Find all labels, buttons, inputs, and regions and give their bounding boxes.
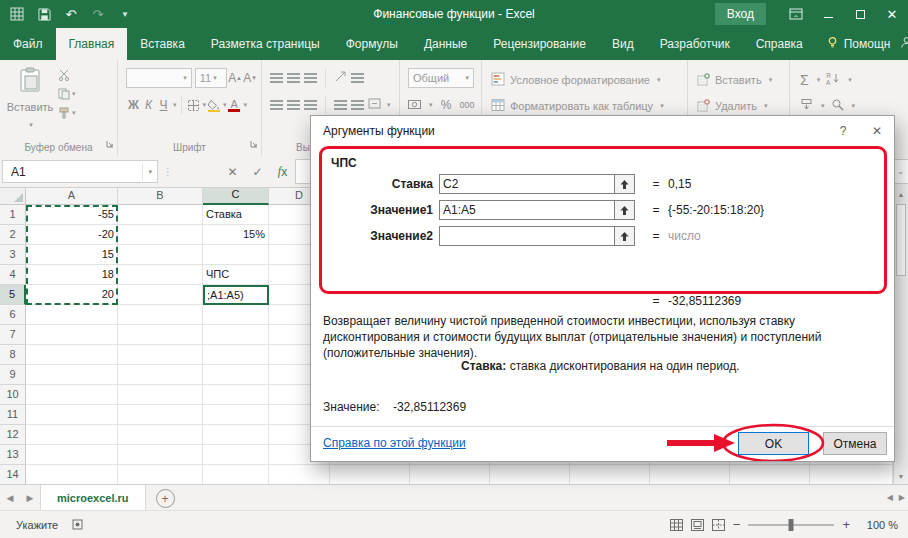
cell-B6[interactable] [118,305,203,325]
cell-B5[interactable] [118,285,203,305]
collapse-dialog-icon[interactable] [615,226,635,246]
save-icon[interactable] [36,6,52,22]
find-select-icon[interactable] [831,97,844,115]
cell-J14[interactable] [730,465,810,484]
select-all-corner[interactable] [0,187,26,205]
ribbon-tab-Файл[interactable]: Файл [0,28,56,60]
cell-C14[interactable] [203,465,269,484]
row-header-3[interactable]: 3 [0,245,26,265]
decrease-font-size-icon[interactable]: А▾ [242,71,257,85]
argument-input-Значение2[interactable] [439,226,615,246]
row-header-9[interactable]: 9 [0,365,26,385]
sheet-nav-left-icon[interactable]: ◀ [0,485,20,510]
wrap-text-icon[interactable] [351,73,364,83]
cell-C7[interactable] [203,325,269,345]
align-middle-icon[interactable] [287,73,300,83]
increase-font-size-icon[interactable]: А▴ [227,71,242,85]
row-header-5[interactable]: 5 [0,285,26,305]
minimize-button[interactable] [812,0,844,28]
share-button[interactable]: Поделиться [900,28,908,60]
align-right-icon[interactable] [304,100,317,110]
tell-me-button[interactable]: Помощн [816,28,901,60]
normal-view-icon[interactable] [670,519,683,531]
number-format-combo[interactable]: Общий▾ [408,68,474,88]
merge-center-icon[interactable] [368,96,381,114]
excel-app-icon[interactable] [9,6,25,22]
ribbon-tab-Вид[interactable]: Вид [599,28,647,60]
new-sheet-button[interactable]: + [156,489,175,508]
align-top-icon[interactable] [270,73,283,83]
close-button[interactable]: ✕ [876,0,908,28]
format-as-table-button[interactable]: Форматировать как таблицу ▾ [491,95,687,117]
cell-A2[interactable]: -20 [26,225,118,245]
cell-C9[interactable] [203,365,269,385]
cell-B13[interactable] [118,445,203,465]
scroll-up-icon[interactable]: ▲ [894,187,908,202]
percent-style-icon[interactable]: % [439,98,454,112]
paste-button[interactable]: Вставить ▾ [7,67,53,129]
formula-bar-splitter[interactable]: ⋮ [163,166,173,177]
autosum-icon[interactable]: Σ [800,72,809,88]
argument-input-Ставка[interactable]: C2 [439,174,615,194]
ribbon-tab-Разметка страницы[interactable]: Разметка страницы [198,28,333,60]
zoom-slider-thumb[interactable] [789,519,794,531]
page-layout-view-icon[interactable] [691,519,704,531]
insert-function-icon[interactable]: fx [270,160,295,183]
orientation-icon[interactable] [334,69,347,87]
ok-button[interactable]: OK [738,432,809,455]
copy-icon[interactable]: ▾ [58,88,76,100]
cell-C13[interactable] [203,445,269,465]
cell-D14[interactable] [269,465,330,484]
name-box[interactable]: A1 ▾ [2,160,158,183]
cell-B3[interactable] [118,245,203,265]
clipboard-dialog-launcher-icon[interactable] [106,134,114,152]
cut-icon[interactable] [58,69,76,81]
scroll-down-icon[interactable]: ▼ [894,469,908,484]
cell-A5[interactable]: 20 [26,285,118,305]
cell-A11[interactable] [26,405,118,425]
currency-format-icon[interactable] [408,96,421,114]
cell-C6[interactable] [203,305,269,325]
cell-A1[interactable]: -55 [26,205,118,225]
ribbon-tab-Вставка[interactable]: Вставка [127,28,198,60]
font-name-combo[interactable]: ▾ [126,68,192,88]
cell-A12[interactable] [26,425,118,445]
underline-button[interactable]: Ч [156,98,171,112]
vertical-scrollbar[interactable]: ▲ ▼ [893,187,908,484]
cell-E14[interactable] [330,465,410,484]
row-header-6[interactable]: 6 [0,305,26,325]
row-header-12[interactable]: 12 [0,425,26,445]
cell-C12[interactable] [203,425,269,445]
cell-C3[interactable] [203,245,269,265]
cell-B12[interactable] [118,425,203,445]
cell-A13[interactable] [26,445,118,465]
format-painter-icon[interactable]: ▾ [58,107,76,119]
cell-A7[interactable] [26,325,118,345]
ribbon-tab-Формулы[interactable]: Формулы [333,28,411,60]
ribbon-tab-Справка[interactable]: Справка [743,28,816,60]
cell-F14[interactable] [410,465,490,484]
cell-B1[interactable] [118,205,203,225]
font-dialog-launcher-icon[interactable] [250,134,258,152]
cell-B10[interactable] [118,385,203,405]
delete-cells-button[interactable]: Удалить ▾ [697,95,789,117]
sort-filter-icon[interactable]: ЯА [826,71,840,89]
zoom-in-button[interactable]: + [842,517,850,532]
cell-A3[interactable]: 15 [26,245,118,265]
cell-B9[interactable] [118,365,203,385]
column-header-A[interactable]: A [26,187,118,205]
row-header-4[interactable]: 4 [0,265,26,285]
dialog-help-icon[interactable]: ? [826,116,860,146]
conditional-formatting-button[interactable]: Условное форматирование ▾ [491,69,687,91]
bold-button[interactable]: Ж [126,98,141,112]
formula-bar-expand-icon[interactable]: ⌄ [897,167,904,176]
align-left-icon[interactable] [270,100,283,110]
row-header-7[interactable]: 7 [0,325,26,345]
row-header-2[interactable]: 2 [0,225,26,245]
cell-B7[interactable] [118,325,203,345]
row-header-13[interactable]: 13 [0,445,26,465]
dialog-close-icon[interactable]: ✕ [860,116,894,146]
cell-G14[interactable] [490,465,570,484]
row-header-8[interactable]: 8 [0,345,26,365]
ribbon-tab-Рецензирование[interactable]: Рецензирование [480,28,599,60]
